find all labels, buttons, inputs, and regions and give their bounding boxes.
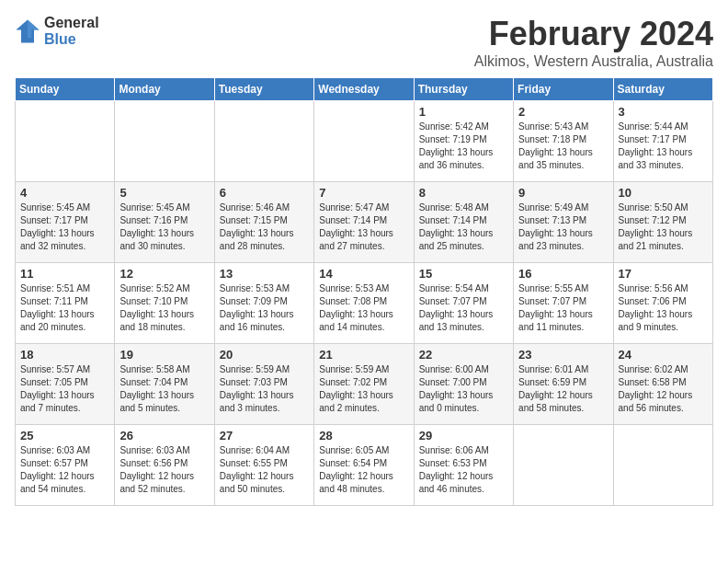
day-info: Sunrise: 5:50 AM Sunset: 7:12 PM Dayligh… <box>619 201 708 253</box>
day-info: Sunrise: 5:59 AM Sunset: 7:02 PM Dayligh… <box>319 363 408 415</box>
day-info: Sunrise: 5:48 AM Sunset: 7:14 PM Dayligh… <box>419 201 508 253</box>
day-cell <box>16 101 115 182</box>
day-info: Sunrise: 5:47 AM Sunset: 7:14 PM Dayligh… <box>319 201 408 253</box>
day-cell <box>115 101 214 182</box>
day-info: Sunrise: 5:45 AM Sunset: 7:17 PM Dayligh… <box>20 201 109 253</box>
title-section: February 2024 Alkimos, Western Australia… <box>474 15 713 70</box>
day-number: 21 <box>319 348 408 362</box>
day-cell: 18Sunrise: 5:57 AM Sunset: 7:05 PM Dayli… <box>16 344 115 425</box>
day-cell: 12Sunrise: 5:52 AM Sunset: 7:10 PM Dayli… <box>115 263 214 344</box>
day-cell: 22Sunrise: 6:00 AM Sunset: 7:00 PM Dayli… <box>414 344 513 425</box>
day-number: 10 <box>619 186 708 200</box>
calendar-table: SundayMondayTuesdayWednesdayThursdayFrid… <box>15 77 713 506</box>
day-cell: 5Sunrise: 5:45 AM Sunset: 7:16 PM Daylig… <box>115 182 214 263</box>
day-info: Sunrise: 5:53 AM Sunset: 7:09 PM Dayligh… <box>220 282 309 334</box>
day-info: Sunrise: 6:01 AM Sunset: 6:59 PM Dayligh… <box>518 363 608 415</box>
calendar-header: SundayMondayTuesdayWednesdayThursdayFrid… <box>16 78 713 101</box>
day-number: 3 <box>619 105 708 119</box>
day-info: Sunrise: 5:46 AM Sunset: 7:15 PM Dayligh… <box>220 201 309 253</box>
day-cell: 19Sunrise: 5:58 AM Sunset: 7:04 PM Dayli… <box>115 344 214 425</box>
day-number: 8 <box>419 186 508 200</box>
week-row-3: 11Sunrise: 5:51 AM Sunset: 7:11 PM Dayli… <box>16 263 713 344</box>
day-number: 4 <box>20 186 109 200</box>
day-info: Sunrise: 5:45 AM Sunset: 7:16 PM Dayligh… <box>119 201 209 253</box>
week-row-1: 1Sunrise: 5:42 AM Sunset: 7:19 PM Daylig… <box>16 101 713 182</box>
logo-general-text: General <box>44 15 99 31</box>
day-info: Sunrise: 6:00 AM Sunset: 7:00 PM Dayligh… <box>419 363 508 415</box>
day-info: Sunrise: 5:52 AM Sunset: 7:10 PM Dayligh… <box>119 282 209 334</box>
day-info: Sunrise: 5:55 AM Sunset: 7:07 PM Dayligh… <box>518 282 608 334</box>
day-cell: 8Sunrise: 5:48 AM Sunset: 7:14 PM Daylig… <box>414 182 513 263</box>
day-info: Sunrise: 5:42 AM Sunset: 7:19 PM Dayligh… <box>419 121 508 172</box>
day-number: 25 <box>20 429 109 442</box>
day-number: 13 <box>220 267 309 281</box>
day-number: 6 <box>220 186 309 200</box>
day-cell: 2Sunrise: 5:43 AM Sunset: 7:18 PM Daylig… <box>514 101 613 182</box>
day-number: 7 <box>319 186 408 200</box>
day-number: 12 <box>119 267 209 281</box>
day-info: Sunrise: 5:56 AM Sunset: 7:06 PM Dayligh… <box>619 282 708 334</box>
day-cell: 9Sunrise: 5:49 AM Sunset: 7:13 PM Daylig… <box>514 182 613 263</box>
day-info: Sunrise: 5:59 AM Sunset: 7:03 PM Dayligh… <box>220 363 309 415</box>
header-cell-sunday: Sunday <box>16 78 115 101</box>
day-cell: 17Sunrise: 5:56 AM Sunset: 7:06 PM Dayli… <box>613 263 712 344</box>
header-cell-thursday: Thursday <box>414 78 513 101</box>
day-info: Sunrise: 5:44 AM Sunset: 7:17 PM Dayligh… <box>619 121 708 172</box>
day-cell: 10Sunrise: 5:50 AM Sunset: 7:12 PM Dayli… <box>613 182 712 263</box>
day-info: Sunrise: 5:49 AM Sunset: 7:13 PM Dayligh… <box>518 201 608 253</box>
page-header: General Blue February 2024 Alkimos, West… <box>15 15 713 70</box>
day-cell <box>214 101 313 182</box>
header-cell-tuesday: Tuesday <box>214 78 313 101</box>
day-info: Sunrise: 6:05 AM Sunset: 6:54 PM Dayligh… <box>319 444 408 496</box>
day-number: 9 <box>518 186 608 200</box>
day-number: 27 <box>220 429 309 442</box>
day-info: Sunrise: 5:51 AM Sunset: 7:11 PM Dayligh… <box>20 282 109 334</box>
day-number: 11 <box>20 267 109 281</box>
day-info: Sunrise: 6:02 AM Sunset: 6:58 PM Dayligh… <box>619 363 708 415</box>
week-row-5: 25Sunrise: 6:03 AM Sunset: 6:57 PM Dayli… <box>16 425 713 506</box>
day-number: 23 <box>518 348 608 362</box>
day-cell: 26Sunrise: 6:03 AM Sunset: 6:56 PM Dayli… <box>115 425 214 506</box>
day-cell <box>314 101 414 182</box>
day-info: Sunrise: 6:03 AM Sunset: 6:57 PM Dayligh… <box>20 444 109 496</box>
day-number: 16 <box>518 267 608 281</box>
day-cell: 7Sunrise: 5:47 AM Sunset: 7:14 PM Daylig… <box>314 182 414 263</box>
logo: General Blue <box>15 15 99 47</box>
header-cell-monday: Monday <box>115 78 214 101</box>
day-cell: 28Sunrise: 6:05 AM Sunset: 6:54 PM Dayli… <box>314 425 414 506</box>
header-cell-friday: Friday <box>514 78 613 101</box>
day-cell: 20Sunrise: 5:59 AM Sunset: 7:03 PM Dayli… <box>214 344 313 425</box>
day-info: Sunrise: 5:43 AM Sunset: 7:18 PM Dayligh… <box>518 121 608 172</box>
week-row-2: 4Sunrise: 5:45 AM Sunset: 7:17 PM Daylig… <box>16 182 713 263</box>
day-cell: 13Sunrise: 5:53 AM Sunset: 7:09 PM Dayli… <box>214 263 313 344</box>
day-info: Sunrise: 5:53 AM Sunset: 7:08 PM Dayligh… <box>319 282 408 334</box>
day-number: 5 <box>119 186 209 200</box>
day-cell: 14Sunrise: 5:53 AM Sunset: 7:08 PM Dayli… <box>314 263 414 344</box>
month-year-title: February 2024 <box>474 15 713 53</box>
day-number: 14 <box>319 267 408 281</box>
header-cell-saturday: Saturday <box>613 78 712 101</box>
day-number: 28 <box>319 429 408 442</box>
day-info: Sunrise: 6:04 AM Sunset: 6:55 PM Dayligh… <box>220 444 309 496</box>
day-cell: 6Sunrise: 5:46 AM Sunset: 7:15 PM Daylig… <box>214 182 313 263</box>
calendar-body: 1Sunrise: 5:42 AM Sunset: 7:19 PM Daylig… <box>16 101 713 506</box>
day-cell <box>514 425 613 506</box>
day-info: Sunrise: 5:58 AM Sunset: 7:04 PM Dayligh… <box>119 363 209 415</box>
day-cell: 16Sunrise: 5:55 AM Sunset: 7:07 PM Dayli… <box>514 263 613 344</box>
day-cell: 11Sunrise: 5:51 AM Sunset: 7:11 PM Dayli… <box>16 263 115 344</box>
day-cell: 24Sunrise: 6:02 AM Sunset: 6:58 PM Dayli… <box>613 344 712 425</box>
day-cell: 21Sunrise: 5:59 AM Sunset: 7:02 PM Dayli… <box>314 344 414 425</box>
week-row-4: 18Sunrise: 5:57 AM Sunset: 7:05 PM Dayli… <box>16 344 713 425</box>
day-cell <box>613 425 712 506</box>
logo-icon <box>15 18 40 44</box>
day-number: 19 <box>119 348 209 362</box>
day-info: Sunrise: 6:06 AM Sunset: 6:53 PM Dayligh… <box>419 444 508 496</box>
day-cell: 3Sunrise: 5:44 AM Sunset: 7:17 PM Daylig… <box>613 101 712 182</box>
day-info: Sunrise: 5:57 AM Sunset: 7:05 PM Dayligh… <box>20 363 109 415</box>
day-number: 1 <box>419 105 508 119</box>
day-cell: 1Sunrise: 5:42 AM Sunset: 7:19 PM Daylig… <box>414 101 513 182</box>
day-cell: 25Sunrise: 6:03 AM Sunset: 6:57 PM Dayli… <box>16 425 115 506</box>
day-number: 29 <box>419 429 508 442</box>
logo-blue-text: Blue <box>44 31 99 48</box>
day-number: 24 <box>619 348 708 362</box>
